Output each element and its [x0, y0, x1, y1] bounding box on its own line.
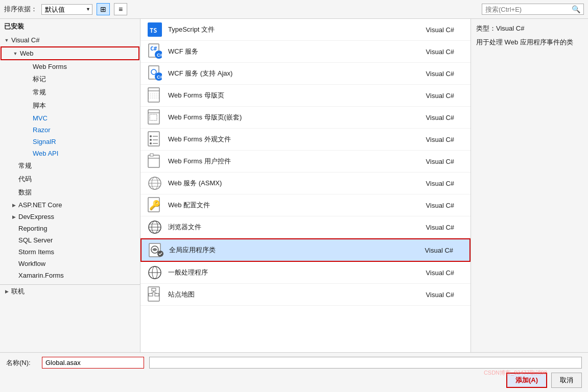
tree-item-xamarin[interactable]: Xamarin.Forms	[0, 270, 140, 281]
file-item-browser[interactable]: 浏览器文件 Visual C#	[140, 216, 471, 238]
svg-text:C#: C#	[150, 45, 157, 52]
tree-item-signalr[interactable]: SignalR	[0, 136, 140, 148]
file-name-browser: 浏览器文件	[168, 223, 403, 232]
tree-item-changgui2[interactable]: 常规	[0, 159, 140, 173]
list-spacer	[140, 306, 471, 326]
tree-label-devexpress: DevExpress	[18, 213, 54, 220]
tree-label-lian-ji: 联机	[11, 287, 25, 296]
tree-item-razor[interactable]: Razor	[0, 124, 140, 136]
tree-label-razor: Razor	[33, 126, 51, 134]
center-panel: TS TypeScript 文件 Visual C# C# C#	[140, 19, 471, 352]
file-item-webforms-user[interactable]: Web Forms 用户控件 Visual C#	[140, 151, 471, 173]
svg-point-21	[150, 142, 152, 144]
file-name-webforms-master: Web Forms 母版页	[168, 91, 403, 100]
expander-web[interactable]: ▼	[12, 50, 19, 57]
tree-item-visual-c[interactable]: ▼ Visual C#	[0, 34, 140, 46]
tree-label-biaoji: 标记	[33, 75, 46, 84]
tree-label-jiaoben: 脚本	[33, 101, 46, 110]
tree-label-web-forms: Web Forms	[33, 63, 67, 70]
tree-item-daima[interactable]: 代码	[0, 173, 140, 186]
file-name-global: 全局应用程序类	[169, 246, 402, 255]
svg-point-20	[150, 139, 152, 141]
expander-aspnet-core[interactable]: ▶	[10, 202, 17, 209]
grid-view-button[interactable]: ⊞	[97, 3, 110, 15]
tree-item-biaoji[interactable]: 标记	[0, 72, 140, 86]
name-full-input[interactable]	[149, 357, 582, 369]
file-icon-webforms-master	[147, 87, 163, 104]
file-icon-handler	[147, 264, 163, 281]
file-type-global: Visual C#	[402, 247, 463, 254]
file-icon-web-service	[147, 175, 163, 191]
toolbar: 排序依据： 默认值 ⊞ ≡ 🔍	[0, 0, 588, 19]
file-type-webforms-skin: Visual C#	[403, 136, 464, 143]
tree-label-visual-c: Visual C#	[11, 36, 39, 44]
file-name-webforms-skin: Web Forms 外观文件	[168, 135, 403, 144]
svg-rect-26	[150, 154, 153, 156]
expander-devexpress[interactable]: ▶	[10, 213, 17, 220]
search-icon[interactable]: 🔍	[572, 5, 580, 13]
tree-item-changgui[interactable]: 常规	[0, 86, 140, 99]
search-input[interactable]	[485, 6, 572, 13]
tree-item-lian-ji[interactable]: ▶ 联机	[0, 281, 140, 298]
file-item-web-config[interactable]: 🔑 Web 配置文件 Visual C#	[140, 194, 471, 216]
tree-item-web[interactable]: ▼ Web	[1, 46, 139, 60]
add-button[interactable]: 添加(A)	[506, 373, 547, 388]
tree-label-changgui2: 常规	[18, 161, 32, 170]
file-item-wcf-ajax[interactable]: C# WCF 服务 (支持 Ajax) Visual C#	[140, 63, 471, 85]
file-item-web-service[interactable]: Web 服务 (ASMX) Visual C#	[140, 173, 471, 194]
file-item-webforms-master[interactable]: Web Forms 母版页 Visual C#	[140, 85, 471, 107]
tree-item-sql-server[interactable]: SQL Server	[0, 234, 140, 246]
tree-item-workflow[interactable]: Workflow	[0, 258, 140, 270]
tree-item-aspnet-core[interactable]: ▶ ASP.NET Core	[0, 199, 140, 211]
expander-workflow	[10, 260, 17, 267]
file-item-handler[interactable]: 一般处理程序 Visual C#	[140, 262, 471, 284]
file-name-web-service: Web 服务 (ASMX)	[168, 179, 403, 188]
file-type-wcf: Visual C#	[403, 48, 464, 56]
main-content: 已安装 ▼ Visual C# ▼ Web Web Form	[0, 19, 588, 352]
file-item-ts[interactable]: TS TypeScript 文件 Visual C#	[140, 19, 471, 41]
expander-visual-c[interactable]: ▼	[3, 37, 10, 44]
tree-item-storm-items[interactable]: Storm Items	[0, 246, 140, 258]
expander-sql-server	[10, 237, 17, 244]
tree-item-reporting[interactable]: Reporting	[0, 223, 140, 234]
tree-label-shuju: 数据	[18, 188, 32, 197]
tree-item-mvc[interactable]: MVC	[0, 112, 140, 124]
list-view-button[interactable]: ≡	[114, 3, 127, 15]
expander-biaoji	[25, 76, 32, 83]
sort-select[interactable]: 默认值	[41, 4, 92, 15]
svg-rect-10	[148, 88, 159, 102]
file-item-sitemap[interactable]: 站点地图 Visual C#	[140, 284, 471, 306]
name-input[interactable]	[42, 357, 144, 369]
file-type-sitemap: Visual C#	[403, 291, 464, 299]
file-item-global[interactable]: 全局应用程序类 Visual C#	[140, 238, 471, 262]
svg-text:🔑: 🔑	[149, 200, 161, 211]
expander-storm-items	[10, 249, 17, 256]
file-type-webforms-master: Visual C#	[403, 92, 464, 100]
tree-item-web-api[interactable]: Web API	[0, 148, 140, 159]
expander-mvc	[25, 115, 32, 122]
file-item-webforms-master-nested[interactable]: Web Forms 母版页(嵌套) Visual C#	[140, 107, 471, 129]
tree-label-workflow: Workflow	[18, 260, 45, 267]
file-item-webforms-skin[interactable]: Web Forms 外观文件 Visual C#	[140, 129, 471, 151]
tree-label-sql-server: SQL Server	[18, 236, 53, 244]
file-name-wcf: WCF 服务	[168, 47, 403, 56]
search-box: 🔍	[482, 4, 584, 15]
tree-label-signalr: SignalR	[33, 138, 56, 145]
file-icon-sitemap	[147, 286, 163, 303]
file-icon-global	[148, 242, 164, 258]
sort-select-wrapper[interactable]: 默认值	[41, 4, 92, 15]
file-item-wcf[interactable]: C# C# WCF 服务 Visual C#	[140, 41, 471, 63]
expander-reporting	[10, 225, 17, 232]
cancel-button[interactable]: 取消	[551, 373, 582, 388]
file-name-webforms-user: Web Forms 用户控件	[168, 157, 403, 166]
file-name-handler: 一般处理程序	[168, 268, 403, 277]
svg-text:C#: C#	[157, 53, 162, 58]
expander-lian-ji[interactable]: ▶	[3, 288, 10, 295]
tree-item-shuju[interactable]: 数据	[0, 186, 140, 199]
file-icon-wcf-ajax: C#	[147, 65, 163, 82]
tree-item-web-forms[interactable]: Web Forms	[0, 61, 140, 72]
expander-signalr	[25, 138, 32, 145]
tree-item-devexpress[interactable]: ▶ DevExpress	[0, 211, 140, 223]
tree-item-jiaoben[interactable]: 脚本	[0, 99, 140, 112]
buttons-row: 添加(A) 取消	[6, 373, 582, 388]
